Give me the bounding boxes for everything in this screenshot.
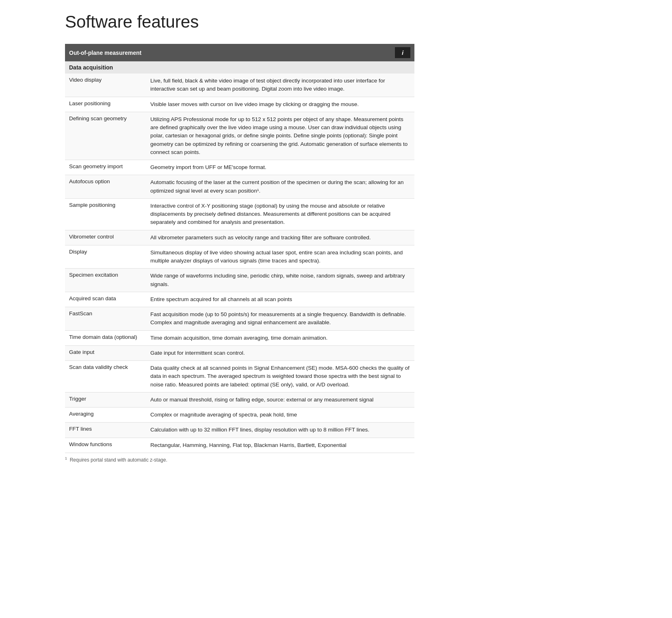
feature-name: Acquired scan data — [65, 292, 146, 307]
table-row: AveragingComplex or magnitude averaging … — [65, 408, 414, 423]
feature-name: Specimen excitation — [65, 269, 146, 292]
table-row: Vibrometer controlAll vibrometer paramet… — [65, 230, 414, 245]
table-row: DisplaySimultaneous display of live vide… — [65, 245, 414, 269]
table-row: Time domain data (optional)Time domain a… — [65, 330, 414, 345]
section-header-cell: Out-of-plane measurement i — [65, 44, 414, 61]
feature-name: Video display — [65, 74, 146, 97]
feature-description: Simultaneous display of live video showi… — [146, 245, 414, 269]
feature-description: Time domain acquisition, time domain ave… — [146, 330, 414, 345]
feature-name: Time domain data (optional) — [65, 330, 146, 345]
feature-description: Geometry import from UFF or ME'scope for… — [146, 160, 414, 175]
feature-name: Display — [65, 245, 146, 269]
feature-name: FFT lines — [65, 423, 146, 438]
section-header-row: Out-of-plane measurement i — [65, 44, 414, 61]
feature-name: Sample positioning — [65, 198, 146, 230]
info-button[interactable]: i — [395, 47, 410, 58]
feature-name: Window functions — [65, 438, 146, 453]
feature-name: FastScan — [65, 307, 146, 331]
feature-description: Gate input for intermittent scan control… — [146, 345, 414, 360]
table-row: Scan geometry importGeometry import from… — [65, 160, 414, 175]
feature-description: Utilizing APS Professional mode for up t… — [146, 112, 414, 160]
table-row: Scan data validity checkData quality che… — [65, 361, 414, 392]
feature-description: Fast acquisition mode (up to 50 points/s… — [146, 307, 414, 331]
feature-description: Auto or manual threshold, rising or fall… — [146, 392, 414, 407]
feature-name: Gate input — [65, 345, 146, 360]
page-title: Software features — [65, 12, 656, 32]
footnote: 1 Requires portal stand with automatic z… — [65, 456, 656, 463]
feature-description: Entire spectrum acquired for all channel… — [146, 292, 414, 307]
table-row: Window functionsRectangular, Hamming, Ha… — [65, 438, 414, 453]
table-row: Sample positioningInteractive control of… — [65, 198, 414, 230]
table-row: Laser positioningVisible laser moves wit… — [65, 97, 414, 112]
sub-header-row: Data acquisition — [65, 61, 414, 74]
feature-name: Trigger — [65, 392, 146, 407]
feature-name: Averaging — [65, 408, 146, 423]
table-row: Specimen excitationWide range of wavefor… — [65, 269, 414, 292]
table-row: Defining scan geometryUtilizing APS Prof… — [65, 112, 414, 160]
feature-description: Complex or magnitude averaging of spectr… — [146, 408, 414, 423]
table-row: FastScanFast acquisition mode (up to 50 … — [65, 307, 414, 331]
feature-description: Live, full field, black & white video im… — [146, 74, 414, 97]
feature-name: Scan data validity check — [65, 361, 146, 392]
section-header-label: Out-of-plane measurement — [69, 50, 141, 56]
feature-name: Vibrometer control — [65, 230, 146, 245]
footnote-text: Requires portal stand with automatic z-s… — [70, 457, 167, 463]
feature-description: Data quality check at all scanned points… — [146, 361, 414, 392]
table-row: Acquired scan dataEntire spectrum acquir… — [65, 292, 414, 307]
feature-description: Rectangular, Hamming, Hanning, Flat top,… — [146, 438, 414, 453]
feature-description: Interactive control of X-Y positioning s… — [146, 198, 414, 230]
feature-description: Wide range of waveforms including sine, … — [146, 269, 414, 292]
table-row: Gate inputGate input for intermittent sc… — [65, 345, 414, 360]
feature-description: All vibrometer parameters such as veloci… — [146, 230, 414, 245]
features-table: Out-of-plane measurement i Data acquisit… — [65, 44, 414, 453]
feature-description: Automatic focusing of the laser at the c… — [146, 175, 414, 199]
feature-name: Defining scan geometry — [65, 112, 146, 160]
feature-description: Calculation with up to 32 million FFT li… — [146, 423, 414, 438]
feature-description: Visible laser moves with cursor on live … — [146, 97, 414, 112]
table-row: FFT linesCalculation with up to 32 milli… — [65, 423, 414, 438]
table-row: Video displayLive, full field, black & w… — [65, 74, 414, 97]
feature-name: Laser positioning — [65, 97, 146, 112]
table-row: Autofocus optionAutomatic focusing of th… — [65, 175, 414, 199]
sub-header-cell: Data acquisition — [65, 61, 414, 74]
feature-name: Scan geometry import — [65, 160, 146, 175]
feature-name: Autofocus option — [65, 175, 146, 199]
footnote-number: 1 — [65, 456, 67, 460]
table-row: TriggerAuto or manual threshold, rising … — [65, 392, 414, 407]
